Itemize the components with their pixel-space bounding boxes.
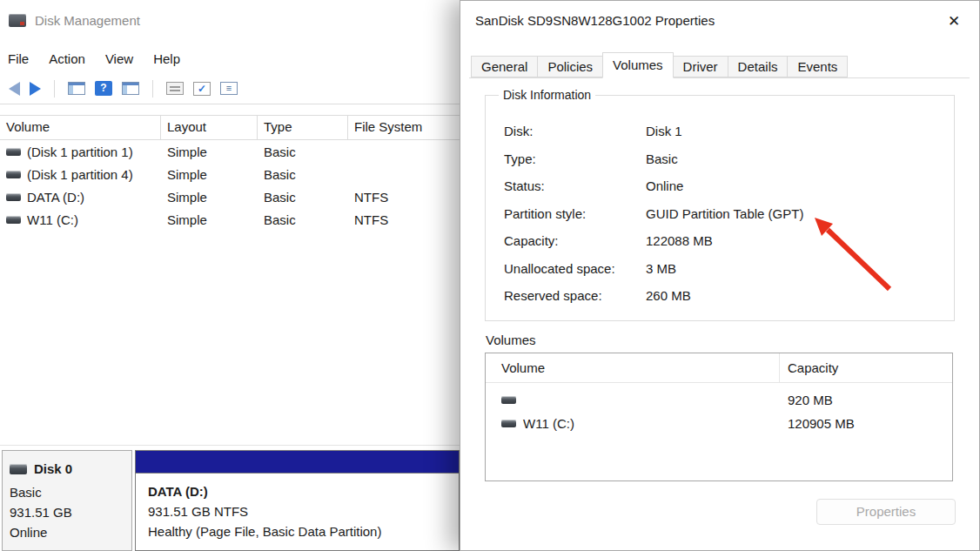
menu-view[interactable]: View (105, 51, 133, 66)
volume-name: (Disk 1 partition 1) (27, 144, 133, 159)
field-partition-style: Partition style: GUID Partition Table (G… (504, 200, 943, 228)
volume-layout: Simple (161, 190, 258, 205)
tab-policies[interactable]: Policies (538, 56, 603, 77)
tab-volumes[interactable]: Volumes (602, 52, 674, 78)
properties-dialog: SanDisk SD9SN8W128G1002 Properties ✕ Gen… (460, 0, 980, 551)
pane-splitter[interactable] (0, 445, 460, 446)
volumes-list-row[interactable]: 920 MB (486, 388, 952, 412)
console-tree-toggle-icon[interactable] (68, 82, 85, 95)
tab-driver[interactable]: Driver (674, 56, 728, 77)
data-volume-status: Healthy (Page File, Basic Data Partition… (148, 524, 381, 539)
back-button-icon[interactable] (9, 82, 20, 96)
volume-row[interactable]: (Disk 1 partition 1) Simple Basic (0, 140, 461, 163)
volume-name: (Disk 1 partition 4) (27, 167, 133, 182)
field-label: Reserved space: (504, 288, 646, 303)
action-pane-toggle-icon[interactable] (122, 82, 139, 95)
field-unallocated-space: Unallocated space: 3 MB (504, 255, 943, 283)
volume-icon (6, 148, 21, 156)
tab-page-border (469, 77, 970, 78)
volume-list-header: Volume Layout Type File System (0, 115, 461, 140)
field-value: Online (646, 178, 683, 193)
volume-name: W11 (C:) (27, 212, 78, 227)
field-disk: Disk: Disk 1 (504, 118, 943, 145)
disk0-panel[interactable]: Disk 0 Basic 931.51 GB Online (2, 450, 132, 551)
field-label: Type: (504, 151, 646, 166)
volumes-list-row[interactable]: W11 (C:) 120905 MB (486, 412, 952, 435)
field-value: Disk 1 (646, 124, 682, 138)
legend-panel-icon[interactable]: ≡ (220, 82, 238, 95)
menu-action[interactable]: Action (49, 51, 85, 66)
disk-management-titlebar: Disk Management (0, 0, 460, 40)
list-volume-capacity: 920 MB (779, 393, 952, 407)
volume-name: DATA (D:) (27, 190, 84, 205)
tab-general[interactable]: General (471, 56, 538, 77)
disk-management-app-icon (9, 14, 26, 27)
field-label: Unallocated space: (504, 261, 646, 276)
menu-file[interactable]: File (8, 51, 29, 66)
disk0-name: Disk 0 (34, 461, 72, 476)
forward-button-icon[interactable] (30, 82, 41, 96)
tab-details[interactable]: Details (728, 56, 789, 77)
data-volume-panel[interactable]: DATA (D:) 931.51 GB NTFS Healthy (Page F… (135, 450, 460, 551)
volume-row[interactable]: W11 (C:) Simple Basic NTFS (0, 208, 461, 231)
field-type: Type: Basic (504, 145, 943, 173)
dialog-tab-strip: General Policies Volumes Driver Details … (471, 52, 848, 77)
field-value: GUID Partition Table (GPT) (646, 206, 803, 221)
volume-type: Basic (258, 167, 348, 182)
volume-icon (501, 396, 516, 404)
field-capacity: Capacity: 122088 MB (504, 227, 943, 255)
column-header-volume[interactable]: Volume (0, 116, 161, 139)
volume-icon (501, 420, 516, 427)
list-volume-name: W11 (C:) (523, 416, 574, 431)
toolbar-separator (152, 80, 153, 97)
volumes-list-header: Volume Capacity (486, 353, 952, 383)
field-label: Capacity: (504, 233, 646, 248)
volume-row[interactable]: DATA (D:) Simple Basic NTFS (0, 185, 461, 208)
dialog-title: SanDisk SD9SN8W128G1002 Properties (475, 13, 715, 28)
disk0-type: Basic (10, 485, 42, 500)
field-value: 3 MB (646, 261, 676, 276)
toolbar: ? ✓ ≡ (0, 73, 460, 104)
screen: Disk Management File Action View Help ? … (0, 0, 980, 551)
field-value: 260 MB (646, 288, 691, 303)
volume-layout: Simple (161, 212, 258, 227)
volume-list: Volume Layout Type File System (Disk 1 p… (0, 115, 461, 231)
menu-help[interactable]: Help (153, 51, 180, 66)
disk0-size: 931.51 GB (10, 505, 72, 520)
column-header-file-system[interactable]: File System (348, 116, 461, 139)
checklist-icon[interactable]: ✓ (193, 82, 211, 96)
volume-type: Basic (258, 190, 348, 205)
column-header-layout[interactable]: Layout (161, 116, 258, 139)
list-column-capacity[interactable]: Capacity (779, 353, 952, 382)
volume-row[interactable]: (Disk 1 partition 4) Simple Basic (0, 163, 461, 185)
volumes-listbox: Volume Capacity 920 MB W11 (C:) 1209 (485, 353, 953, 481)
field-value: Basic (646, 151, 678, 166)
disk-information-group: Disk Information Disk: Disk 1 Type: Basi… (485, 95, 955, 321)
volume-icon (6, 171, 21, 178)
tab-events[interactable]: Events (788, 56, 848, 77)
volume-file-system: NTFS (348, 190, 461, 205)
volume-file-system: NTFS (348, 212, 461, 227)
properties-button[interactable]: Properties (816, 499, 956, 525)
volume-type: Basic (258, 144, 348, 159)
volume-layout: Simple (161, 167, 258, 182)
window-title: Disk Management (35, 13, 140, 28)
help-button-icon[interactable]: ? (95, 81, 112, 96)
volume-icon (6, 193, 21, 201)
disk-drive-icon (10, 464, 27, 474)
partition-color-bar (136, 451, 459, 474)
list-column-volume[interactable]: Volume (486, 353, 779, 382)
disk-information-label: Disk Information (499, 88, 595, 102)
toolbar-separator (54, 80, 55, 97)
volumes-section-label: Volumes (486, 333, 536, 347)
popup-window-icon[interactable] (166, 82, 184, 95)
volume-icon (6, 216, 21, 224)
field-reserved-space: Reserved space: 260 MB (504, 282, 943, 310)
close-icon[interactable]: ✕ (941, 10, 967, 34)
column-header-type[interactable]: Type (258, 116, 348, 139)
volume-type: Basic (258, 212, 348, 227)
field-label: Partition style: (504, 206, 646, 221)
data-volume-name: DATA (D:) (148, 484, 208, 499)
field-status: Status: Online (504, 172, 943, 200)
volume-layout: Simple (161, 144, 258, 159)
